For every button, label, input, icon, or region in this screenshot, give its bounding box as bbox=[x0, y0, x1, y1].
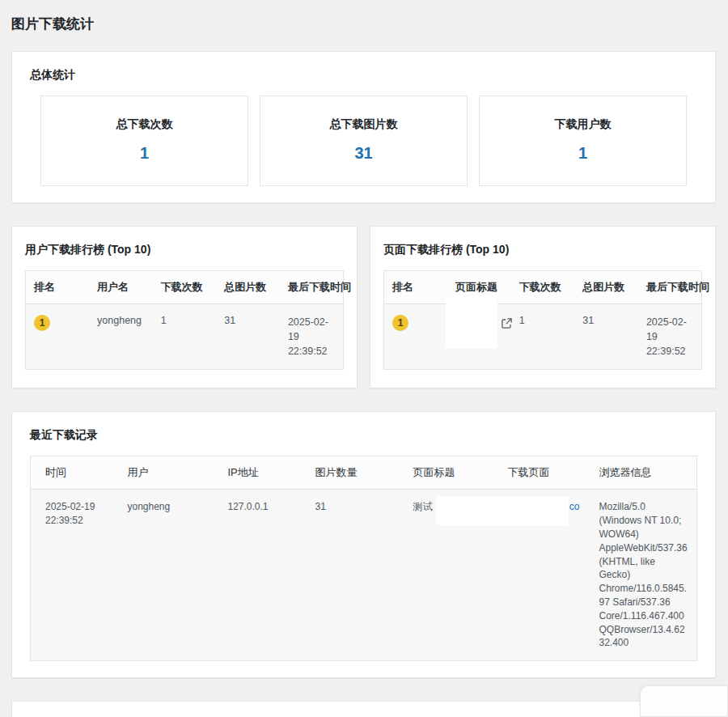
redacted-page-title bbox=[446, 297, 497, 349]
table-row: 1 1 31 bbox=[384, 304, 702, 370]
page-title-cell: 测试 bbox=[405, 490, 500, 661]
overall-stats-panel: 总体统计 总下载次数 1 总下载图片数 31 下载用户数 1 bbox=[11, 51, 716, 203]
rank-badge: 1 bbox=[392, 315, 408, 331]
stats-row: 总下载次数 1 总下载图片数 31 下载用户数 1 bbox=[30, 95, 697, 186]
page-content: 图片下载统计 总体统计 总下载次数 1 总下载图片数 31 下载用户数 1 用户… bbox=[0, 0, 728, 717]
col-time: 时间 bbox=[31, 456, 120, 490]
browser-info-cell: Mozilla/5.0 (Windows NT 10.0; WOW64) App… bbox=[591, 490, 697, 661]
page-ranking-table: 排名 页面标题 下载次数 总图片数 最后下载时间 1 bbox=[383, 270, 702, 370]
col-username: 用户名 bbox=[89, 271, 153, 304]
col-downloads: 下载次数 bbox=[153, 271, 217, 304]
page-ranking-heading: 页面下载排行榜 (Top 10) bbox=[383, 243, 702, 257]
col-download-page: 下载页面 bbox=[500, 456, 591, 490]
col-images: 总图片数 bbox=[216, 271, 280, 304]
col-ip: IP地址 bbox=[220, 456, 307, 490]
redacted-page-title bbox=[436, 496, 569, 525]
recent-downloads-table: 时间 用户 IP地址 图片数量 页面标题 下载页面 浏览器信息 2025-02-… bbox=[30, 456, 697, 661]
stat-box-total-users: 下载用户数 1 bbox=[479, 95, 687, 186]
last-time-date: 2025-02-19 bbox=[288, 316, 328, 342]
col-rank: 排名 bbox=[26, 271, 90, 304]
col-browser: 浏览器信息 bbox=[591, 456, 697, 490]
ip-cell: 127.0.0.1 bbox=[220, 490, 307, 661]
user-ranking-panel: 用户下载排行榜 (Top 10) 排名 用户名 下载次数 总图片数 最后下载时间 bbox=[11, 226, 358, 388]
col-images: 总图片数 bbox=[574, 271, 638, 304]
time-cell: 2025-02-19 22:39:52 bbox=[31, 490, 120, 661]
ranking-panels-row: 用户下载排行榜 (Top 10) 排名 用户名 下载次数 总图片数 最后下载时间 bbox=[11, 226, 716, 388]
table-header-row: 排名 页面标题 下载次数 总图片数 最后下载时间 bbox=[384, 271, 702, 304]
rank-cell: 1 bbox=[384, 304, 448, 370]
download-page-link-end[interactable]: .co bbox=[567, 501, 580, 512]
recent-downloads-heading: 最近下载记录 bbox=[30, 428, 697, 443]
stat-box-total-images: 总下载图片数 31 bbox=[260, 95, 468, 186]
user-ranking-heading: 用户下载排行榜 (Top 10) bbox=[25, 243, 344, 257]
page-ranking-panel: 页面下载排行榜 (Top 10) 排名 页面标题 下载次数 总图片数 最后下载时… bbox=[370, 226, 716, 388]
images-cell: 31 bbox=[216, 304, 280, 370]
overall-stats-heading: 总体统计 bbox=[30, 68, 697, 83]
corner-overlay-artifact bbox=[640, 685, 728, 717]
table-header-row: 排名 用户名 下载次数 总图片数 最后下载时间 bbox=[26, 271, 344, 304]
username-cell: yongheng bbox=[89, 304, 153, 370]
page-title-visible: 测试 bbox=[413, 501, 433, 512]
recent-downloads-panel: 最近下载记录 时间 用户 IP地址 图片数量 页面标题 下载页面 浏览器信息 2… bbox=[11, 411, 716, 678]
last-time-date: 2025-02-19 bbox=[646, 316, 687, 342]
col-page-title: 页面标题 bbox=[405, 456, 500, 490]
table-header-row: 时间 用户 IP地址 图片数量 页面标题 下载页面 浏览器信息 bbox=[31, 456, 697, 490]
user-ranking-table: 排名 用户名 下载次数 总图片数 最后下载时间 1 yongheng 1 31 bbox=[25, 270, 344, 370]
col-last-time: 最后下载时间 bbox=[638, 271, 702, 304]
image-count-cell: 31 bbox=[307, 490, 405, 661]
stat-value: 1 bbox=[488, 144, 678, 163]
table-row: 2025-02-19 22:39:52 yongheng 127.0.0.1 3… bbox=[31, 490, 697, 661]
last-time-clock: 22:39:52 bbox=[646, 346, 686, 357]
external-link-icon[interactable] bbox=[501, 317, 513, 329]
stat-label: 下载用户数 bbox=[488, 117, 678, 132]
col-last-time: 最后下载时间 bbox=[280, 271, 344, 304]
stat-label: 总下载图片数 bbox=[269, 117, 459, 132]
page-title-cell bbox=[447, 304, 511, 370]
table-row: 1 yongheng 1 31 2025-02-19 22:39:52 bbox=[26, 304, 344, 370]
last-time-cell: 2025-02-19 22:39:52 bbox=[280, 304, 344, 370]
col-user: 用户 bbox=[120, 456, 220, 490]
rank-badge: 1 bbox=[34, 315, 50, 331]
stat-value: 31 bbox=[269, 144, 459, 163]
daily-stats-panel: 每日统计 日期 下载次数 图片数量 2025-02-19 1 31 bbox=[11, 701, 716, 717]
images-cell: 31 bbox=[574, 304, 638, 370]
user-cell: yongheng bbox=[120, 490, 220, 661]
last-time-cell: 2025-02-19 22:39:52 bbox=[638, 304, 702, 370]
col-downloads: 下载次数 bbox=[511, 271, 575, 304]
stat-label: 总下载次数 bbox=[49, 117, 239, 132]
rank-cell: 1 bbox=[26, 304, 90, 370]
page-title: 图片下载统计 bbox=[11, 15, 716, 33]
stat-value: 1 bbox=[49, 144, 239, 163]
downloads-cell: 1 bbox=[511, 304, 575, 370]
stat-box-total-downloads: 总下载次数 1 bbox=[40, 95, 248, 186]
col-image-count: 图片数量 bbox=[307, 456, 405, 490]
col-rank: 排名 bbox=[384, 271, 448, 304]
downloads-cell: 1 bbox=[153, 304, 217, 370]
last-time-clock: 22:39:52 bbox=[288, 346, 328, 357]
